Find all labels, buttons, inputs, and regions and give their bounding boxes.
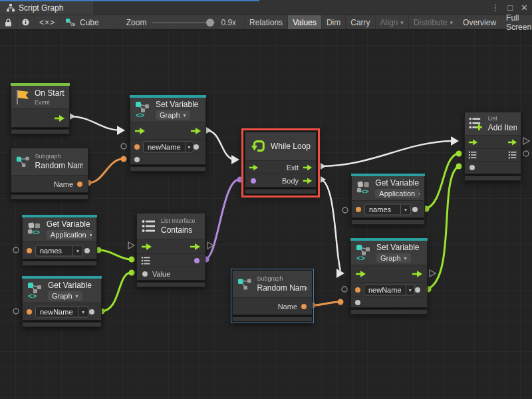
zoom-to-fit-button[interactable]: <×> xyxy=(35,15,61,29)
variable-name-port[interactable] xyxy=(134,144,140,150)
node-title: Random Name xyxy=(257,283,307,293)
graph-target[interactable]: Cube xyxy=(61,15,104,29)
flow-out-port[interactable] xyxy=(412,270,423,278)
close-icon[interactable]: ✕ xyxy=(521,3,528,13)
zoom-slider-handle[interactable] xyxy=(206,19,214,27)
lock-button[interactable] xyxy=(0,15,17,29)
tab-script-graph[interactable]: Script Graph xyxy=(0,1,93,15)
variable-select[interactable]: names ▾ xyxy=(364,203,411,215)
flow-in-port[interactable] xyxy=(468,138,478,146)
value-out-port[interactable] xyxy=(84,248,90,253)
subgraph-icon xyxy=(16,154,31,169)
node-title: While Loop xyxy=(271,142,311,151)
toolbar-button-fullscreen[interactable]: Full Screen xyxy=(501,15,532,29)
item-in-port[interactable] xyxy=(469,165,475,170)
toolbar-button-relations[interactable]: Relations xyxy=(245,15,288,29)
node-footer xyxy=(464,176,521,181)
name-out-port[interactable] xyxy=(301,304,307,309)
result-out-port[interactable] xyxy=(194,258,200,263)
node-kind: List Interface xyxy=(161,217,196,224)
scope-dropdown[interactable]: Graph ▾ xyxy=(156,110,190,120)
toolbar-button-dim[interactable]: Dim xyxy=(322,15,346,29)
node-add-item[interactable]: List Add Item xyxy=(464,112,521,181)
node-on-start[interactable]: On Start Event xyxy=(11,83,70,134)
value-out-port[interactable] xyxy=(412,207,418,212)
node-title: Add Item xyxy=(488,123,517,132)
value-in-port[interactable] xyxy=(355,300,360,305)
node-title: Set Variable xyxy=(376,243,419,252)
variable-select[interactable]: newName ▾ xyxy=(143,141,194,152)
flow-in-port[interactable] xyxy=(134,127,146,135)
node-kind: Subgraph xyxy=(257,275,307,282)
toolbar-button-carry[interactable]: Carry xyxy=(346,15,375,29)
caret-down-icon: ▾ xyxy=(82,309,84,315)
name-out-port[interactable] xyxy=(77,182,82,187)
caret-down-icon: ▾ xyxy=(418,191,420,197)
list-in-port[interactable] xyxy=(468,151,477,159)
flow-out-port[interactable] xyxy=(54,114,65,122)
zoom-control: Zoom 0.9x xyxy=(126,18,243,27)
flow-arrow-icon xyxy=(303,164,313,171)
list-out-port[interactable] xyxy=(508,151,517,159)
node-get-variable-names-right[interactable]: <> Get Variable Application ▾ names ▾ xyxy=(351,174,425,225)
exit-port-label: Exit xyxy=(287,164,299,172)
node-get-variable-newname-left[interactable]: <> Get Variable Graph ▾ newName ▾ xyxy=(22,276,102,327)
value-in-port[interactable] xyxy=(134,157,140,162)
variable-value: newName xyxy=(144,142,185,152)
zoom-label: Zoom xyxy=(126,18,147,27)
node-get-variable-names-left[interactable]: <> Get Variable Application ▾ names ▾ xyxy=(22,215,97,266)
node-subgraph-left[interactable]: Subgraph Random Name Name xyxy=(11,148,88,200)
scope-dropdown[interactable]: Graph ▾ xyxy=(376,253,411,263)
node-subgraph-bottom[interactable]: Subgraph Random Name Name xyxy=(232,270,313,322)
node-while-loop[interactable]: While Loop Exit Body xyxy=(245,132,317,194)
node-footer xyxy=(11,129,70,134)
maximize-icon[interactable]: □ xyxy=(507,3,513,13)
exit-flow-out-port[interactable] xyxy=(303,164,313,171)
node-contains[interactable]: List Interface Contains xyxy=(136,213,205,287)
scope-dropdown[interactable]: Application ▾ xyxy=(375,189,420,198)
variable-name-port[interactable] xyxy=(355,287,360,293)
flow-in-port[interactable] xyxy=(141,243,152,251)
value-in-port[interactable] xyxy=(142,271,148,277)
value-out-port[interactable] xyxy=(194,144,199,150)
svg-text:<>: <> xyxy=(28,292,37,299)
body-flow-out-port[interactable] xyxy=(303,177,313,184)
flow-in-port[interactable] xyxy=(249,164,259,171)
toolbar-button-overview[interactable]: Overview xyxy=(458,15,501,29)
variable-value: newName xyxy=(36,307,78,317)
scope-dropdown[interactable]: Application ▾ xyxy=(47,230,92,239)
zoom-value: 0.9x xyxy=(221,18,236,27)
toolbar-button-align[interactable]: Align▾ xyxy=(376,15,409,29)
subgraph-icon xyxy=(237,277,252,291)
value-out-port[interactable] xyxy=(415,287,420,293)
variable-select[interactable]: newName ▾ xyxy=(364,284,415,295)
zoom-slider[interactable] xyxy=(152,22,215,23)
value-out-port[interactable] xyxy=(89,309,94,315)
window-menu-icon[interactable]: ⋮ xyxy=(491,3,499,13)
variable-name-port[interactable] xyxy=(27,248,32,253)
flow-out-port[interactable] xyxy=(190,127,201,135)
flow-arrow-icon xyxy=(141,243,152,251)
set-variable-icon: <> xyxy=(135,101,151,118)
list-in-port[interactable] xyxy=(141,256,151,265)
toolbar-button-values[interactable]: Values xyxy=(288,15,322,29)
info-button[interactable] xyxy=(17,15,35,29)
condition-in-port[interactable] xyxy=(251,178,256,184)
variable-select[interactable]: names ▾ xyxy=(35,245,83,256)
node-title: Get Variable xyxy=(48,281,92,290)
node-set-variable-top[interactable]: <> Set Variable Graph ▾ xyxy=(130,95,206,172)
node-set-variable-right[interactable]: <> Set Variable Graph ▾ xyxy=(350,238,428,315)
flow-arrow-icon xyxy=(412,270,423,278)
unity-visual-scripting-window: Script Graph ⋮ □ ✕ <×> xyxy=(0,0,532,399)
flow-arrow-icon xyxy=(54,114,65,122)
variable-name-port[interactable] xyxy=(356,207,361,212)
variable-name-port[interactable] xyxy=(27,309,32,315)
flow-in-port[interactable] xyxy=(355,270,366,278)
toolbar-button-distribute[interactable]: Distribute▾ xyxy=(409,15,458,29)
scope-value: Graph xyxy=(160,111,180,119)
scope-dropdown[interactable]: Graph ▾ xyxy=(48,291,82,301)
variable-value: names xyxy=(365,204,400,214)
flow-out-port[interactable] xyxy=(507,138,517,146)
variable-select[interactable]: newName ▾ xyxy=(35,306,88,317)
flow-out-port[interactable] xyxy=(190,243,201,251)
